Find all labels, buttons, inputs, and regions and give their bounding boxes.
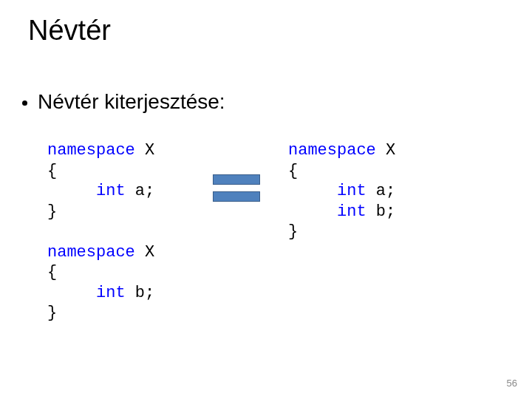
keyword-int: int bbox=[337, 182, 366, 200]
code-text: } bbox=[47, 202, 57, 221]
slide: Névtér Névtér kiterjesztése: namespace X… bbox=[0, 0, 532, 399]
code-text: b; bbox=[366, 202, 396, 221]
keyword-int: int bbox=[96, 284, 126, 302]
code-text: { bbox=[47, 263, 57, 282]
code-block-left: namespace X { int a; } namespace X { int… bbox=[47, 140, 154, 324]
keyword-namespace: namespace bbox=[47, 141, 135, 160]
bullet-text: Névtér kiterjesztése: bbox=[38, 90, 225, 114]
page-number: 56 bbox=[507, 378, 517, 389]
code-text: } bbox=[47, 304, 57, 322]
bullet-dot-icon bbox=[22, 100, 27, 106]
slide-title: Névtér bbox=[28, 15, 111, 47]
code-text: a; bbox=[126, 182, 155, 200]
code-text: X bbox=[135, 141, 154, 160]
keyword-namespace: namespace bbox=[288, 141, 376, 160]
code-text: a; bbox=[366, 182, 396, 200]
code-text: } bbox=[288, 222, 298, 241]
code-indent bbox=[47, 182, 96, 200]
code-indent bbox=[288, 182, 337, 200]
code-text: X bbox=[135, 243, 154, 262]
code-text: { bbox=[288, 162, 298, 180]
code-indent bbox=[288, 202, 337, 221]
keyword-namespace: namespace bbox=[47, 243, 135, 262]
keyword-int: int bbox=[96, 182, 126, 200]
code-text: { bbox=[47, 162, 57, 180]
equals-icon bbox=[213, 174, 260, 204]
code-indent bbox=[47, 284, 96, 302]
equals-bar-top bbox=[213, 174, 260, 185]
equals-bar-bottom bbox=[213, 191, 260, 202]
keyword-int: int bbox=[337, 202, 366, 221]
code-block-right: namespace X { int a; int b; } bbox=[288, 140, 395, 242]
code-text: X bbox=[376, 141, 395, 160]
bullet-row: Névtér kiterjesztése: bbox=[22, 90, 225, 114]
code-text: b; bbox=[126, 284, 155, 302]
